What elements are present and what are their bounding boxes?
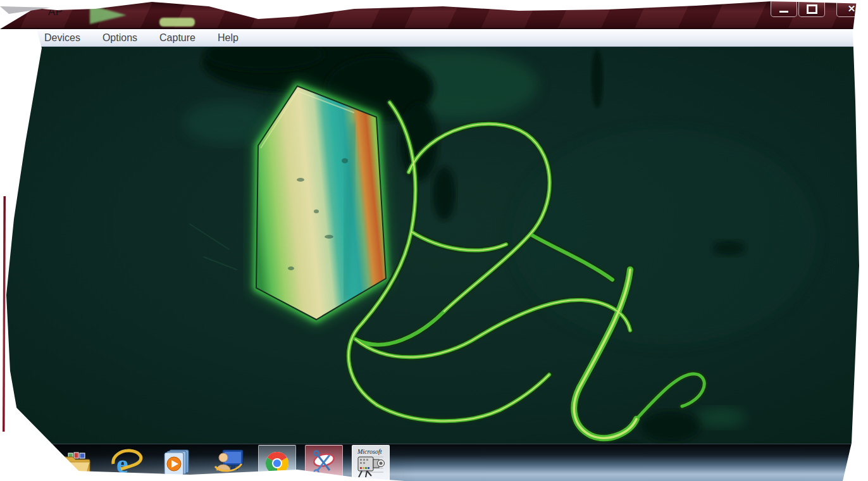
taskbar-user-program-button[interactable] <box>211 445 248 480</box>
ie-icon: e <box>111 447 144 478</box>
taskbar: e <box>0 444 868 481</box>
amcap-window: AP ✕ Devices Options Capture Help <box>0 0 868 444</box>
window-title: AP <box>48 6 63 18</box>
minimize-icon <box>779 11 788 13</box>
microsoft-camera-icon: Microsoft <box>354 447 387 480</box>
menu-devices[interactable]: Devices <box>37 31 88 45</box>
titlebar-green-pill-artifact <box>159 18 195 27</box>
windows-start-icon <box>13 446 46 479</box>
titlebar[interactable]: AP ✕ <box>0 0 868 28</box>
taskbar-explorer-button[interactable] <box>59 445 96 480</box>
menu-capture[interactable]: Capture <box>152 31 203 45</box>
menu-options[interactable]: Options <box>95 31 145 45</box>
crystal-hexagon <box>256 86 386 320</box>
menu-bar: Devices Options Capture Help <box>0 28 868 47</box>
menu-help[interactable]: Help <box>210 31 246 45</box>
chrome-icon <box>263 449 291 477</box>
start-button[interactable] <box>11 445 48 480</box>
taskbar-amcap-button[interactable]: Microsoft <box>352 445 390 481</box>
microsoft-label: Microsoft <box>357 448 382 455</box>
taskbar-snipping-tool-button[interactable] <box>305 445 343 481</box>
titlebar-green-triangle-artifact <box>90 5 127 24</box>
screenshot-stage: AP ✕ Devices Options Capture Help <box>0 0 868 481</box>
taskbar-ie-button[interactable]: e <box>109 445 146 480</box>
maximize-button[interactable] <box>798 1 825 17</box>
media-player-icon <box>161 447 192 478</box>
video-preview <box>0 47 868 444</box>
snipping-tool-icon <box>309 449 339 478</box>
close-button[interactable]: ✕ <box>836 1 867 17</box>
taskbar-wmp-button[interactable] <box>158 445 195 480</box>
close-icon: ✕ <box>848 3 856 15</box>
taskbar-chrome-button[interactable] <box>258 445 296 481</box>
user-monitor-icon <box>214 447 245 478</box>
microscopy-image <box>0 47 868 444</box>
minimize-button[interactable] <box>771 1 797 17</box>
maximize-icon <box>807 4 817 14</box>
folder-icon <box>63 449 93 476</box>
